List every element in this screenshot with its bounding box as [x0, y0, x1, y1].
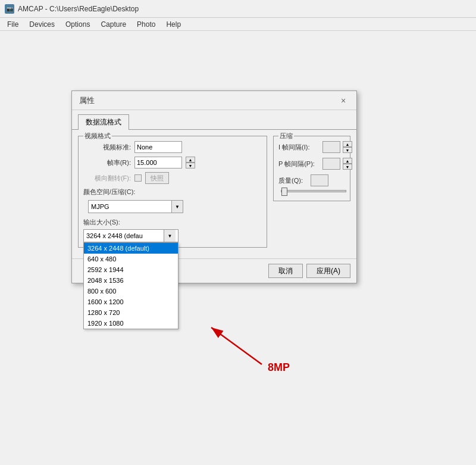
output-size-dropdown[interactable]: 3264 x 2448 (defau ▼	[83, 229, 178, 242]
compression-group-label: 压缩	[278, 132, 294, 141]
i-frame-spinner[interactable]: ▲ ▼	[343, 141, 352, 153]
dropdown-option-1280x720[interactable]: 1280 x 720	[84, 307, 178, 318]
dropdown-option-2048x1536[interactable]: 2048 x 1536	[84, 275, 178, 286]
dropdown-option-800x600[interactable]: 800 x 600	[84, 286, 178, 297]
dialog-title: 属性	[79, 95, 95, 106]
color-space-label: 颜色空间/压缩(C):	[83, 188, 135, 196]
frame-rate-label: 帧率(R):	[83, 158, 131, 167]
svg-line-1	[211, 327, 262, 364]
menu-file[interactable]: File	[2, 19, 23, 30]
i-frame-down-icon[interactable]: ▼	[343, 147, 352, 153]
color-space-select[interactable]: MJPG	[88, 200, 183, 213]
dialog-close-button[interactable]: ×	[337, 95, 349, 107]
p-frame-up-icon[interactable]: ▲	[343, 158, 352, 164]
tab-bar: 数据流格式	[72, 110, 356, 129]
tab-stream-format[interactable]: 数据流格式	[78, 114, 129, 130]
menu-bar: File Devices Options Capture Photo Help	[0, 18, 476, 31]
dropdown-option-1600x1200[interactable]: 1600 x 1200	[84, 297, 178, 307]
cancel-button[interactable]: 取消	[268, 264, 303, 278]
p-frame-row: P 帧间隔(P): ▲ ▼	[278, 158, 345, 170]
output-size-section: 输出大小(S): 3264 x 2448 (defau ▼ 3264 x 244…	[83, 218, 262, 242]
right-panel: 压缩 I 帧间隔(I): ▲ ▼ P 帧间隔(P):	[273, 136, 350, 252]
i-frame-up-icon[interactable]: ▲	[343, 141, 352, 147]
video-standard-row: 视频标准:	[83, 141, 262, 153]
output-size-dropdown-container: 3264 x 2448 (defau ▼ 3264 x 2448 (defaul…	[83, 229, 178, 242]
menu-help[interactable]: Help	[161, 19, 186, 30]
horizontal-flip-label: 横向翻转(F):	[83, 174, 131, 183]
menu-photo[interactable]: Photo	[132, 19, 160, 30]
menu-devices[interactable]: Devices	[24, 19, 60, 30]
title-bar: 📷 AMCAP - C:\Users\RedEagle\Desktop	[0, 0, 476, 18]
dropdown-option-3264x2448[interactable]: 3264 x 2448 (default)	[84, 243, 178, 254]
dialog-columns: 视频格式 视频标准: 帧率(R): ▲ ▼	[78, 136, 350, 252]
video-format-label: 视频格式	[83, 132, 112, 141]
app-icon: 📷	[5, 4, 14, 14]
frame-rate-spinner[interactable]: ▲ ▼	[186, 157, 195, 168]
frame-rate-input[interactable]	[134, 157, 182, 168]
p-frame-spinner[interactable]: ▲ ▼	[343, 158, 352, 170]
quality-slider-track[interactable]	[281, 190, 346, 192]
output-size-selected-text: 3264 x 2448 (defau	[86, 232, 143, 239]
color-space-wrapper: MJPG ▼	[88, 200, 183, 213]
quality-input[interactable]	[311, 174, 328, 186]
i-frame-input[interactable]	[322, 141, 340, 153]
dropdown-option-2592x1944[interactable]: 2592 x 1944	[84, 264, 178, 275]
color-space-select-container: MJPG ▼	[83, 200, 262, 213]
color-space-row: 颜色空间/压缩(C):	[83, 188, 262, 196]
dialog-titlebar: 属性 ×	[72, 91, 356, 110]
p-frame-input[interactable]	[322, 158, 340, 170]
video-standard-input[interactable]	[134, 141, 182, 153]
dropdown-option-1920x1080[interactable]: 1920 x 1080	[84, 318, 178, 329]
output-size-label: 输出大小(S):	[83, 218, 262, 227]
left-panel: 视频格式 视频标准: 帧率(R): ▲ ▼	[78, 136, 267, 252]
output-size-dropdown-list: 3264 x 2448 (default) 640 x 480 2592 x 1…	[83, 242, 178, 329]
p-frame-down-icon[interactable]: ▼	[343, 164, 352, 170]
i-frame-label: I 帧间隔(I):	[278, 143, 320, 152]
output-size-dropdown-arrow-icon[interactable]: ▼	[164, 230, 176, 242]
frame-rate-row: 帧率(R): ▲ ▼	[83, 157, 262, 168]
menu-capture[interactable]: Capture	[96, 19, 131, 30]
video-standard-label: 视频标准:	[83, 143, 131, 152]
quality-slider-thumb[interactable]	[281, 188, 287, 196]
compression-group: 压缩 I 帧间隔(I): ▲ ▼ P 帧间隔(P):	[273, 136, 350, 201]
horizontal-flip-checkbox[interactable]	[134, 174, 142, 182]
properties-dialog: 属性 × 数据流格式 视频格式 视频标准:	[71, 90, 357, 283]
main-area: 属性 × 数据流格式 视频格式 视频标准:	[0, 31, 476, 465]
quality-row: 质量(Q):	[278, 174, 345, 186]
8mp-annotation: 8MP	[268, 361, 290, 374]
p-frame-label: P 帧间隔(P):	[278, 160, 320, 168]
apply-button[interactable]: 应用(A)	[306, 264, 350, 278]
video-format-group: 视频格式 视频标准: 帧率(R): ▲ ▼	[78, 136, 267, 248]
i-frame-row: I 帧间隔(I): ▲ ▼	[278, 141, 345, 153]
horizontal-flip-row: 横向翻转(F): 快照	[83, 172, 262, 184]
slider-container	[278, 190, 345, 192]
title-bar-text: AMCAP - C:\Users\RedEagle\Desktop	[18, 5, 139, 13]
dialog-body: 视频格式 视频标准: 帧率(R): ▲ ▼	[72, 129, 356, 258]
frame-rate-down[interactable]: ▼	[186, 163, 195, 168]
frame-rate-up[interactable]: ▲	[186, 157, 195, 163]
menu-options[interactable]: Options	[61, 19, 95, 30]
quality-label: 质量(Q):	[278, 176, 308, 185]
quick-snapshot-button[interactable]: 快照	[145, 172, 169, 184]
dropdown-option-640x480[interactable]: 640 x 480	[84, 254, 178, 264]
